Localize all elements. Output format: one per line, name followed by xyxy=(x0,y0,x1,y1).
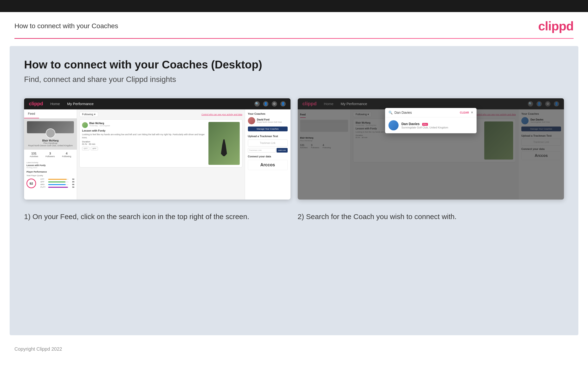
result-name: Dan Davies xyxy=(402,122,420,126)
bg-coach-club: Sunningdale Golf Club xyxy=(530,121,550,123)
manage-coaches-button[interactable]: Manage Your Coaches xyxy=(248,127,288,131)
connect-title: Connect your data xyxy=(248,155,288,158)
nav-icons: 🔍 👤 ⚙ 👤 xyxy=(255,101,286,107)
search-icon[interactable]: 🔍 xyxy=(255,101,260,107)
coaches-title: Your Coaches xyxy=(248,112,288,115)
bg-coaches-title: Your Coaches xyxy=(521,112,561,115)
screenshots-row: clippd Home My Performance 🔍 👤 ⚙ 👤 Feed xyxy=(24,98,564,200)
arccos-logo: Arccos xyxy=(248,160,288,170)
upload-section: Upload a Trackman Test Trackman Link Tra… xyxy=(248,135,288,153)
post-duration: Duration 01 hr : 30 min xyxy=(82,140,206,145)
nav-my-performance[interactable]: My Performance xyxy=(67,102,94,106)
header-divider xyxy=(14,38,574,39)
step2-description: Search for the Coach you wish to connect… xyxy=(306,212,456,221)
metric-arg-label: ARG xyxy=(40,184,47,185)
latest-activity-title: Lesson with Fordy xyxy=(26,164,74,166)
right-column: Your Coaches David Ford Royal North Devo… xyxy=(245,110,290,200)
post-date: Yesterday · Sunningdale xyxy=(89,125,110,127)
control-link[interactable]: Control who can see your activity and da… xyxy=(202,113,242,116)
metric-ott: OTT 90 xyxy=(40,178,74,180)
stat-following-label: Following xyxy=(62,155,71,158)
metric-putt-bar xyxy=(48,187,69,188)
search-result[interactable]: Dan Davies Pro Sunningdale Golf Club, Un… xyxy=(385,117,477,133)
stat-following: 4 Following xyxy=(62,152,71,158)
bg-right: Your Coaches Dan Davies Sunningdale Golf… xyxy=(518,110,564,200)
bg-coach-name: Dan Davies xyxy=(530,118,550,121)
avatar-nav-2: 👤 xyxy=(554,101,559,107)
step1-description: On your Feed, click on the search icon i… xyxy=(33,212,249,221)
bg-trackman: Trackman Link xyxy=(521,138,561,146)
app-window-1: clippd Home My Performance 🔍 👤 ⚙ 👤 Feed xyxy=(24,98,290,200)
trackman-input[interactable]: Trackman Link xyxy=(248,148,276,153)
coach-avatar xyxy=(248,117,255,124)
app-window-2: clippd Home My Performance 🔍 👤 ⚙ 👤 Feed xyxy=(298,98,564,200)
nav-home[interactable]: Home xyxy=(50,102,60,106)
avatar-nav[interactable]: 👤 xyxy=(281,101,286,107)
following-button[interactable]: Following ▾ xyxy=(79,112,98,117)
stat-followers-num: 3 xyxy=(45,152,55,155)
step1-text: 1) On your Feed, click on the search ico… xyxy=(24,212,290,222)
user-icon-2: 👤 xyxy=(536,101,542,107)
result-tag: Pro xyxy=(422,123,428,126)
metric-app-label: APP xyxy=(40,181,47,183)
following-label: Following xyxy=(82,113,93,116)
bg-coach-avatar xyxy=(521,117,528,124)
profile-handicap: Plus Handicap xyxy=(27,142,74,144)
post-body: Looking to feel like my hands are exitin… xyxy=(82,133,206,139)
stat-following-num: 4 xyxy=(62,152,71,155)
metric-ott-fill xyxy=(48,179,67,180)
profile-name: Blair McHarg xyxy=(27,139,74,142)
coach-item: David Ford Royal North Devon Golf Club xyxy=(248,117,288,124)
search-query[interactable]: Dan Davies xyxy=(395,110,458,114)
steps-row: 1) On your Feed, click on the search ico… xyxy=(24,212,564,222)
bg-fol: 3Followers xyxy=(311,144,319,149)
top-bar xyxy=(0,0,588,12)
metric-arg-val: 86 xyxy=(70,184,74,185)
metric-putt-val: 96 xyxy=(70,186,74,188)
bg-duration: Duration01 hr : 30 min xyxy=(356,134,483,138)
performance-panel: Latest Activity Lesson with Fordy 03 Aug… xyxy=(24,159,77,191)
coach-name: David Ford xyxy=(257,118,282,121)
page-title: How to connect with your Coaches xyxy=(14,22,118,30)
stat-followers: 3 Followers xyxy=(45,152,55,158)
performance-subtitle: Total Player Quality xyxy=(26,175,74,177)
add-link-button[interactable]: Add Link xyxy=(277,148,287,153)
duration-label: Duration xyxy=(82,140,90,143)
bg-post-img xyxy=(484,121,513,159)
quality-score: 92 xyxy=(26,179,36,188)
post-username: Blair McHarg xyxy=(89,122,110,125)
bg-name: Blair McHarg xyxy=(300,137,348,139)
clear-button[interactable]: CLEAR xyxy=(460,111,469,114)
metric-app-bar xyxy=(48,182,69,183)
profile-area: Blair McHarg Plus Handicap Royal North D… xyxy=(24,118,77,150)
metric-putt-fill xyxy=(48,187,68,188)
post-image xyxy=(208,122,240,165)
footer: Copyright Clippd 2022 xyxy=(0,342,588,356)
metric-arg-bar xyxy=(48,184,69,185)
latest-activity-label: Latest Activity xyxy=(26,161,74,164)
copyright: Copyright Clippd 2022 xyxy=(14,346,62,352)
close-search-button[interactable]: × xyxy=(471,110,473,115)
toggle-app-btn[interactable]: APP xyxy=(91,147,98,150)
toggle-off-btn[interactable]: OTT xyxy=(82,147,89,150)
nav-icons-2: 🔍 👤 ⚙ 👤 xyxy=(528,101,559,107)
bg-manage-btn: Manage Your Coaches xyxy=(521,127,561,131)
bg-handicap: Plus Handicap xyxy=(300,139,348,142)
main-subtitle: Find, connect and share your Clippd insi… xyxy=(24,75,564,84)
feed-tab[interactable]: Feed xyxy=(24,110,39,118)
bg-act: 131Activities xyxy=(300,144,308,149)
result-avatar xyxy=(388,120,399,130)
user-icon[interactable]: 👤 xyxy=(263,101,268,107)
bg-upload-title: Upload a Trackman Test xyxy=(521,134,561,137)
metric-app: APP 85 xyxy=(40,181,74,183)
stat-activities-num: 131 xyxy=(30,152,38,155)
settings-icon[interactable]: ⚙ xyxy=(272,101,277,107)
main-title: How to connect with your Coaches (Deskto… xyxy=(24,58,564,71)
search-overlay: 🔍 Dan Davies CLEAR × Dan Davies Pro Sun xyxy=(385,108,477,133)
trackman-input-row: Trackman Link Add Link xyxy=(248,148,288,153)
app-logo-2: clippd xyxy=(303,101,317,107)
search-icon-overlay: 🔍 xyxy=(388,110,393,114)
bg-coach: Dan Davies Sunningdale Golf Club xyxy=(521,117,561,124)
profile-club: Royal North Devon Golf Club, United King… xyxy=(27,144,74,147)
app-logo-1: clippd xyxy=(29,101,43,107)
